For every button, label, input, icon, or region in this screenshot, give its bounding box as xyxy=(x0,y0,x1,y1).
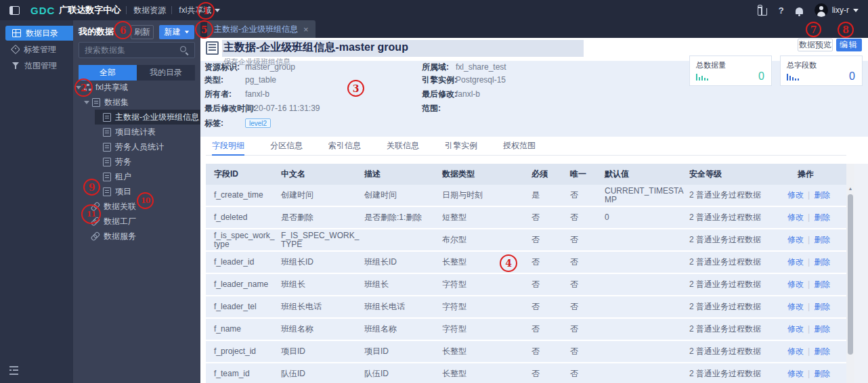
annotation-6: 6 xyxy=(114,21,132,39)
cell-desc: 班组长 xyxy=(364,274,439,295)
delete-link[interactable]: 删除 xyxy=(814,302,830,311)
cell-unique: 否 xyxy=(570,363,600,383)
sidebar-item-catalog[interactable]: 数据目录 xyxy=(5,26,73,41)
meta-label: 范围: xyxy=(422,102,441,114)
cell-security: 2 普通业务过程数据 xyxy=(689,252,781,273)
modify-link[interactable]: 修改 xyxy=(787,235,804,244)
meta-value: fanxl-b xyxy=(245,88,269,100)
tab-all[interactable]: 全部 xyxy=(79,65,137,81)
document-tab[interactable]: 主数据-企业级班组信息 × xyxy=(207,20,316,38)
detail-tab[interactable]: 索引信息 xyxy=(328,137,361,156)
close-icon[interactable]: × xyxy=(303,24,309,35)
gift-icon[interactable] xyxy=(758,7,767,16)
vertical-scrollbar[interactable]: ▲ xyxy=(846,164,854,383)
action-divider: | xyxy=(808,347,810,356)
create-button[interactable]: 新建 xyxy=(159,25,194,39)
column-header: 数据类型 xyxy=(442,164,527,185)
scrollbar-thumb[interactable] xyxy=(848,194,853,355)
cell-field_id: f_create_time xyxy=(214,185,276,206)
cell-unique: 否 xyxy=(570,207,600,228)
annotation-5: 5 xyxy=(195,20,213,39)
annotation-2: 2 xyxy=(74,78,93,97)
detail-tab[interactable]: 授权范围 xyxy=(503,137,536,156)
main-area: 主数据-企业级班组信息 × 主数据-企业级班组信息-master group 保… xyxy=(200,20,868,383)
edit-button[interactable]: 编辑 xyxy=(836,39,862,51)
tree: fxl共享域数据集主数据-企业级班组信息项目统计表劳务人员统计劳务租户项目数据关… xyxy=(73,80,200,383)
annotation-11: 11 xyxy=(81,204,101,224)
data-preview-button[interactable]: 数据预览 xyxy=(798,39,833,51)
delete-link[interactable]: 删除 xyxy=(814,280,830,289)
delete-link[interactable]: 删除 xyxy=(814,369,830,378)
cell-default xyxy=(605,363,685,383)
table-icon xyxy=(206,41,219,55)
tree-item-label: 租户 xyxy=(115,171,131,183)
sidebar-item-funnel[interactable]: 范围管理 xyxy=(0,58,73,73)
catalog-icon xyxy=(12,29,21,37)
tree-item-label: 数据工厂 xyxy=(104,216,136,227)
tag-icon xyxy=(11,45,20,54)
modify-link[interactable]: 修改 xyxy=(787,325,804,334)
modify-link[interactable]: 修改 xyxy=(787,258,804,267)
meta-label: 类型: xyxy=(204,74,223,86)
nav-data-resource[interactable]: 数据资源 xyxy=(133,5,166,16)
cell-type: 长整型 xyxy=(442,363,527,383)
detail-tab[interactable]: 关联信息 xyxy=(387,137,419,156)
meta-value: fxl_share_test xyxy=(456,61,506,73)
scroll-up-icon[interactable]: ▲ xyxy=(846,186,854,192)
cell-field_id: f_leader_tel xyxy=(214,296,276,317)
delete-link[interactable]: 删除 xyxy=(814,258,830,267)
cell-field_id: f_team_id xyxy=(214,363,276,383)
layout-toggle-icon[interactable] xyxy=(9,6,20,15)
tab-my-catalog[interactable]: 我的目录 xyxy=(137,65,195,81)
detail-tab[interactable]: 引擎实例 xyxy=(445,137,477,156)
cell-desc xyxy=(364,229,439,250)
detail-tab[interactable]: 分区信息 xyxy=(270,137,303,156)
tree-item[interactable]: 项目统计表 xyxy=(73,125,200,139)
modify-link[interactable]: 修改 xyxy=(787,347,804,356)
delete-link[interactable]: 删除 xyxy=(814,213,830,222)
cell-type: 布尔型 xyxy=(442,229,527,250)
cell-actions: 修改|删除 xyxy=(787,252,846,273)
column-header: 描述 xyxy=(364,164,439,185)
bell-icon[interactable] xyxy=(796,7,803,14)
stat-card: 总字段数0 xyxy=(780,55,863,86)
search-input[interactable] xyxy=(79,43,194,58)
sidebar-item-tag[interactable]: 标签管理 xyxy=(0,42,73,57)
app: GDC 广联达数字中心 数据资源 fxl共享域 ? lixy-r 数据目录标签管… xyxy=(0,0,868,383)
delete-link[interactable]: 删除 xyxy=(814,235,830,244)
cell-field_id: f_leader_name xyxy=(214,274,276,295)
username: lixy-r xyxy=(832,5,849,15)
sidebar-items: 数据目录标签管理范围管理 xyxy=(0,26,73,73)
delete-link[interactable]: 删除 xyxy=(814,325,830,334)
cell-required: 否 xyxy=(531,229,564,250)
delete-link[interactable]: 删除 xyxy=(814,347,830,356)
tree-item[interactable]: 劳务人员统计 xyxy=(73,139,200,154)
modify-link[interactable]: 修改 xyxy=(787,280,804,289)
action-divider: | xyxy=(808,280,810,289)
modify-link[interactable]: 修改 xyxy=(787,213,804,222)
cell-required: 否 xyxy=(531,296,564,317)
action-divider: | xyxy=(808,369,810,378)
refresh-button[interactable]: 刷新 xyxy=(131,25,154,39)
tree-item[interactable]: 主数据-企业级班组信息 xyxy=(73,110,200,125)
cell-security: 2 普通业务过程数据 xyxy=(689,274,781,295)
delete-link[interactable]: 删除 xyxy=(814,191,830,200)
page-subtitle: 保存企业级班组信息 xyxy=(223,57,290,67)
user-menu[interactable]: lixy-r xyxy=(815,3,859,17)
tree-item[interactable]: 数据集 xyxy=(73,95,200,110)
cell-cn: 班组长 xyxy=(281,274,360,295)
meta-label: 最后修改: xyxy=(422,88,457,100)
collapse-panel-icon[interactable] xyxy=(9,366,18,375)
caret-down-icon[interactable] xyxy=(84,101,89,104)
cell-required: 否 xyxy=(531,252,564,273)
search-icon[interactable] xyxy=(180,46,189,55)
detail-tab[interactable]: 字段明细 xyxy=(212,137,244,156)
modify-link[interactable]: 修改 xyxy=(787,191,804,200)
tree-item[interactable]: 数据服务 xyxy=(73,229,200,244)
modify-link[interactable]: 修改 xyxy=(787,369,804,378)
tree-item[interactable]: 劳务 xyxy=(73,154,200,169)
modify-link[interactable]: 修改 xyxy=(787,302,804,311)
panel-title: 我的数据 xyxy=(79,26,114,38)
table-header: 字段ID中文名描述数据类型必须唯一默认值安全等级操作 xyxy=(206,164,846,185)
help-icon[interactable]: ? xyxy=(779,5,784,16)
